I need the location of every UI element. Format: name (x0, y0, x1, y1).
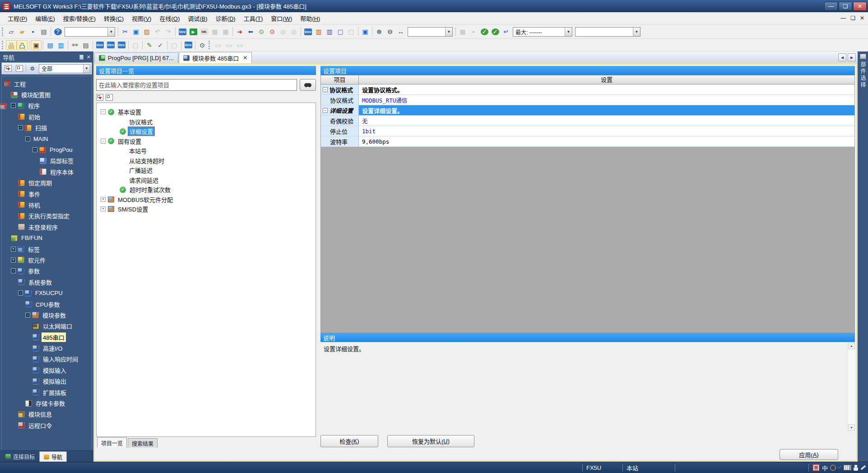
nav-tree-item-模块参数[interactable]: -模块参数 (2, 309, 92, 320)
find-result-window-icon[interactable]: ▤ (80, 40, 91, 50)
search-input[interactable] (96, 79, 297, 91)
nav-tree-item-FB/FUN[interactable]: FB/FUN (2, 232, 92, 243)
nav-tab-导航[interactable]: 导航 (39, 451, 67, 462)
save-project-icon[interactable]: ▪ (28, 27, 38, 37)
nav-tree-item-待机[interactable]: 待机 (2, 199, 92, 210)
description-scrollbar[interactable]: ▲ ▼ (847, 342, 855, 431)
tree-collapse-icon[interactable] (3, 64, 13, 73)
nav-tree-item-初始[interactable]: 初始 (2, 111, 92, 122)
mdi-close-button[interactable]: ✕ (860, 14, 864, 22)
new-project-icon[interactable]: ▱ (6, 27, 17, 37)
nav-tree-item-软元件[interactable]: +软元件 (2, 254, 92, 265)
nav-tree-item-ProgPou[interactable]: -ProgPou (2, 144, 92, 155)
chevron-down-icon[interactable]: ▼ (83, 65, 90, 73)
io-check-icon[interactable]: ✓ (155, 40, 166, 50)
menu-item-4[interactable]: 转换(C) (100, 12, 128, 25)
setting-value[interactable]: 设置协议格式。 (359, 84, 854, 94)
gear-icon[interactable]: ⚙ (28, 64, 37, 73)
mdi-restore-button[interactable]: ❏ (850, 14, 855, 22)
setting-tree-item-详细设置[interactable]: ✓详细设置 (99, 126, 316, 136)
menu-item-11[interactable]: 帮助(H) (296, 12, 324, 25)
chevron-down-icon[interactable]: ▼ (107, 28, 115, 36)
setting-tree-item-基本设置[interactable]: -✓基本设置 (99, 107, 316, 117)
nav-tree-item-程序本体[interactable]: 程序本体 (2, 166, 92, 177)
chevron-down-icon[interactable]: ▼ (565, 28, 572, 36)
device-eye-icon[interactable]: Dev (183, 40, 194, 50)
ime-mode-icon[interactable] (830, 465, 836, 471)
window-cascade-icon[interactable]: ▢ (335, 27, 346, 37)
nav-tree-item-模块配置图[interactable]: 模块配置图 (2, 89, 92, 100)
nav-tree-item-远程口令[interactable]: 远程口令 (2, 420, 92, 431)
collapse-icon[interactable]: - (11, 103, 16, 108)
setting-tree-item-MODBUS软元件分配[interactable]: +MODBUS软元件分配 (99, 195, 316, 205)
nav-tree-item-存储卡参数[interactable]: 存储卡参数 (2, 398, 92, 408)
nav-tree-item-以太网端口[interactable]: 以太网端口 (2, 321, 92, 332)
menu-item-7[interactable]: 调试(B) (184, 12, 211, 25)
collapse-icon[interactable]: - (25, 313, 30, 318)
collapse-icon[interactable]: - (101, 139, 106, 144)
nav-close-icon[interactable]: ✕ (87, 54, 91, 60)
chevron-down-icon[interactable]: ▼ (633, 28, 640, 36)
document-tab-inactive[interactable]: ProgPou [PRG] [LD] 67... (94, 52, 178, 63)
collapse-icon[interactable]: - (11, 268, 16, 273)
menu-item-6[interactable]: 在线(O) (155, 12, 184, 25)
convert-icon[interactable]: ↵ (501, 27, 511, 37)
menu-item-9[interactable]: 工具(T) (240, 12, 267, 25)
document-tab-active[interactable]: 模块参数 485串口✕ (179, 52, 252, 63)
help-icon[interactable]: ? (52, 27, 63, 37)
monitor-window-icon[interactable]: ▣ (360, 27, 371, 37)
setting-tree-item-从站支持超时[interactable]: 从站支持超时 (99, 156, 316, 166)
menu-item-8[interactable]: 诊断(D) (212, 12, 240, 25)
nav-tree-item-系统参数[interactable]: 系统参数 (2, 276, 92, 287)
device-comment2-icon[interactable]: Dev (94, 40, 105, 50)
setting-value[interactable]: MODBUS_RTU通信 (359, 95, 854, 105)
settings-row-详细设置[interactable]: -详细设置设置详细设置。 (320, 105, 855, 116)
collapse-icon[interactable]: - (323, 87, 328, 92)
settings-row-停止位[interactable]: 停止位1bit (320, 126, 855, 136)
connect-window-icon[interactable]: 凸 (17, 40, 28, 50)
nav-tab-连接目标[interactable]: 连接目标 (1, 451, 39, 462)
collapse-icon[interactable]: - (25, 136, 30, 141)
setting-tree-item-固有设置[interactable]: -✓固有设置 (99, 136, 316, 146)
expand-icon[interactable]: + (11, 247, 16, 252)
nav-tree-item-输入响应时间[interactable]: 输入响应时间 (2, 354, 92, 365)
expand-all-icon[interactable] (106, 94, 113, 101)
tab-scroll-right-icon[interactable]: ▶ (848, 53, 856, 61)
ladder-window-icon[interactable]: ▥ (324, 27, 335, 37)
syntax-check-icon[interactable]: ✓ (479, 27, 490, 37)
tab-close-icon[interactable]: ✕ (243, 55, 247, 61)
watch-combobox[interactable]: ▼ (575, 27, 641, 37)
expand-icon[interactable]: + (101, 206, 106, 211)
settings-row-协议格式[interactable]: -协议格式设置协议格式。 (320, 84, 855, 95)
nav-tree-item-485串口[interactable]: 485串口 (2, 332, 92, 342)
nav-tree-item-事件[interactable]: 事件 (2, 188, 92, 199)
nav-tree-item-MAIN[interactable]: -MAIN (2, 133, 92, 144)
menu-item-3[interactable]: 搜索/替换(F) (59, 12, 100, 25)
list-panel-tab-搜索结果[interactable]: 搜索结果 (128, 438, 158, 448)
nav-tree-item-模拟输出[interactable]: 模拟输出 (2, 376, 92, 387)
watch-list1-icon[interactable]: ▤ (45, 40, 56, 50)
binoculars-find-icon[interactable]: ⊙⊙ (70, 40, 80, 50)
ime-punctuation-icon[interactable]: ◦' (838, 465, 841, 470)
setting-value[interactable]: 9,600bps (359, 136, 854, 146)
device-display-icon[interactable]: Dev (302, 27, 313, 37)
nav-tree-item-局部标签[interactable]: 局部标签 (2, 155, 92, 166)
ime-indicator-icon[interactable] (812, 464, 820, 471)
device-batch-icon[interactable]: Dev (116, 40, 127, 50)
collapse-all-icon[interactable] (96, 94, 103, 101)
settings-row-协议格式[interactable]: 协议格式MODBUS_RTU通信 (320, 95, 855, 105)
monitor-mode-icon[interactable]: ▸ (188, 27, 199, 37)
nav-tree-item-模拟输入[interactable]: 模拟输入 (2, 365, 92, 375)
setting-tree-item-本站号[interactable]: 本站号 (99, 146, 316, 156)
nav-tree-item-工程[interactable]: 工程 (2, 78, 92, 89)
menu-item-2[interactable]: 编辑(E) (31, 12, 59, 25)
device-search-icon[interactable]: ⊙ (267, 27, 278, 37)
settings-row-波特率[interactable]: 波特率9,600bps (320, 136, 855, 147)
collapse-icon[interactable]: - (323, 108, 328, 113)
copy-icon[interactable]: ▣ (130, 27, 141, 37)
paste-icon[interactable]: ▨ (141, 27, 152, 37)
expand-icon[interactable]: + (11, 258, 16, 262)
zoom-combobox[interactable]: ▼ (408, 27, 453, 37)
io-edit-icon[interactable]: ✎ (144, 40, 155, 50)
element-selection-tab[interactable]: 部件选择 (859, 61, 867, 89)
